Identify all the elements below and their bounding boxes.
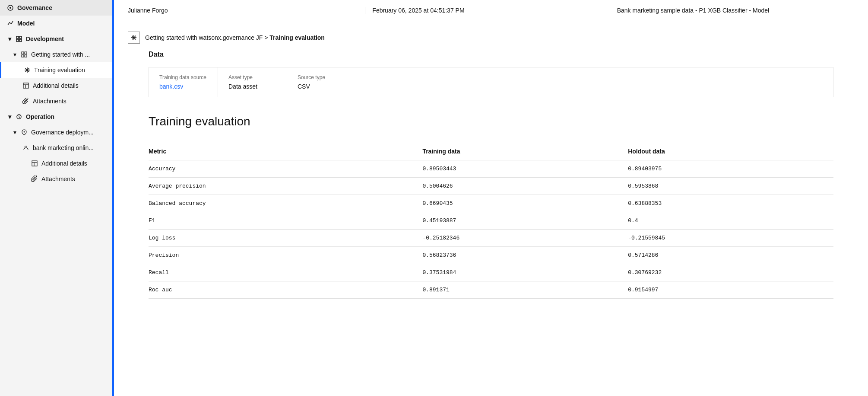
attachment-icon-2: [31, 176, 38, 182]
table-icon-2: [31, 160, 38, 167]
table-row: Accuracy0.895034430.89403975: [149, 160, 833, 178]
holdout-cell: 0.5714286: [628, 247, 833, 264]
svg-rect-14: [23, 83, 29, 88]
sidebar-item-additional-details-op[interactable]: Additional details: [0, 156, 112, 171]
data-section-title: Data: [149, 51, 833, 58]
sidebar-item-training-evaluation-label: Training evaluation: [34, 67, 85, 73]
header-holdout-data: Holdout data: [628, 143, 833, 160]
holdout-cell: 0.30769232: [628, 264, 833, 281]
header-training-data: Training data: [422, 143, 628, 160]
svg-rect-3: [19, 36, 22, 38]
asset-type-label: Asset type: [228, 74, 276, 80]
metrics-header-row: Metric Training data Holdout data: [149, 143, 833, 160]
sidebar-item-additional-details-dev[interactable]: Additional details: [0, 78, 112, 93]
sidebar-item-model-label: Model: [17, 20, 35, 27]
breadcrumb: Getting started with watsonx.governance …: [114, 21, 868, 47]
training-cell: 0.89503443: [422, 160, 628, 178]
svg-rect-7: [25, 52, 27, 54]
training-cell: 0.6690435: [422, 195, 628, 212]
data-card-asset-type: Asset type Data asset: [218, 67, 287, 97]
training-cell: 0.5004626: [422, 178, 628, 195]
table-icon: [22, 82, 29, 89]
table-row: F10.451938870.4: [149, 212, 833, 230]
sidebar-item-governance-label: Governance: [17, 4, 52, 11]
sidebar-item-attachments-op[interactable]: Attachments: [0, 171, 112, 187]
table-row: Precision0.568237360.5714286: [149, 247, 833, 264]
sidebar-item-attachments-op-label: Attachments: [41, 176, 75, 182]
content-area: Data Training data source bank.csv Asset…: [114, 47, 868, 313]
asset-type-value: Data asset: [228, 83, 276, 90]
sidebar-item-training-evaluation[interactable]: Training evaluation: [0, 62, 112, 78]
eval-title: Training evaluation: [149, 115, 833, 128]
operation-icon: [16, 113, 22, 120]
sidebar-item-development-label: Development: [26, 35, 64, 42]
author-cell: Julianne Forgo: [128, 7, 365, 14]
sidebar-item-additional-details-dev-label: Additional details: [33, 82, 79, 89]
sidebar-item-operation-label: Operation: [26, 113, 54, 120]
metric-cell: Log loss: [149, 230, 422, 247]
metric-cell: Precision: [149, 247, 422, 264]
metric-cell: Recall: [149, 264, 422, 281]
metric-cell: Roc auc: [149, 281, 422, 299]
main-content: Julianne Forgo February 06, 2025 at 04:5…: [114, 0, 868, 396]
bank-csv-link[interactable]: bank.csv: [159, 83, 183, 90]
table-row: Roc auc0.8913710.9154997: [149, 281, 833, 299]
sidebar-item-governance[interactable]: Governance: [0, 0, 112, 16]
development-icon: [16, 35, 22, 42]
sidebar-item-development[interactable]: ▾ Development: [0, 31, 112, 47]
attachment-icon: [22, 98, 29, 105]
svg-rect-9: [25, 55, 27, 57]
bank-icon: [22, 144, 29, 151]
holdout-cell: 0.63888353: [628, 195, 833, 212]
date-cell: February 06, 2025 at 04:51:37 PM: [365, 7, 610, 14]
header-metric: Metric: [149, 143, 422, 160]
sidebar-item-attachments-dev[interactable]: Attachments: [0, 93, 112, 109]
author-value: Julianne Forgo: [128, 7, 168, 14]
sidebar-item-governance-deploym-label: Governance deploym...: [31, 129, 94, 136]
training-cell: 0.45193887: [422, 212, 628, 230]
table-row: Recall0.375319840.30769232: [149, 264, 833, 281]
holdout-cell: 0.4: [628, 212, 833, 230]
svg-point-1: [10, 7, 11, 9]
table-row: Log loss-0.25182346-0.21559845: [149, 230, 833, 247]
chevron-down-icon-3: ▾: [7, 114, 12, 119]
sidebar-item-bank-marketing[interactable]: bank marketing onlin...: [0, 140, 112, 156]
sidebar-item-additional-details-op-label: Additional details: [41, 160, 87, 167]
chevron-down-icon-4: ▾: [12, 130, 17, 135]
breadcrumb-text: Getting started with watsonx.governance …: [145, 34, 325, 41]
svg-rect-4: [16, 39, 19, 42]
sidebar-item-governance-deploym[interactable]: ▾ Governance deploym...: [0, 125, 112, 140]
svg-rect-5: [19, 39, 22, 42]
training-cell: -0.25182346: [422, 230, 628, 247]
grid-icon: [21, 51, 28, 58]
holdout-cell: 0.89403975: [628, 160, 833, 178]
data-card-source-type: Source type CSV: [287, 67, 356, 97]
training-cell: 0.891371: [422, 281, 628, 299]
holdout-cell: 0.9154997: [628, 281, 833, 299]
sidebar-item-bank-marketing-label: bank marketing onlin...: [33, 144, 94, 151]
svg-rect-20: [32, 161, 37, 166]
metric-cell: Balanced accuracy: [149, 195, 422, 212]
metrics-table: Metric Training data Holdout data Accura…: [149, 143, 833, 299]
holdout-cell: 0.5953868: [628, 178, 833, 195]
breadcrumb-icon: [128, 32, 140, 44]
sidebar-item-getting-started[interactable]: ▾ Getting started with ...: [0, 47, 112, 62]
star-icon: [24, 67, 31, 73]
source-type-value: CSV: [298, 83, 346, 90]
svg-point-18: [24, 131, 25, 133]
table-row: Balanced accuracy0.66904350.63888353: [149, 195, 833, 212]
chevron-down-icon: ▾: [7, 36, 12, 42]
data-cards: Training data source bank.csv Asset type…: [149, 67, 833, 97]
breadcrumb-separator: >: [264, 34, 269, 41]
breadcrumb-current: Training evaluation: [269, 34, 325, 41]
training-evaluation-section: Training evaluation Metric Training data…: [149, 115, 833, 299]
source-type-label: Source type: [298, 74, 346, 80]
eval-divider: [149, 132, 833, 132]
sidebar-item-model[interactable]: Model: [0, 16, 112, 31]
sidebar: Governance Model ▾ Development ▾: [0, 0, 112, 396]
svg-rect-6: [22, 52, 24, 54]
model-cell: Bank marketing sample data - P1 XGB Clas…: [610, 7, 854, 14]
sidebar-item-operation[interactable]: ▾ Operation: [0, 109, 112, 125]
top-row: Julianne Forgo February 06, 2025 at 04:5…: [114, 0, 868, 21]
breadcrumb-parent[interactable]: Getting started with watsonx.governance …: [145, 34, 263, 41]
